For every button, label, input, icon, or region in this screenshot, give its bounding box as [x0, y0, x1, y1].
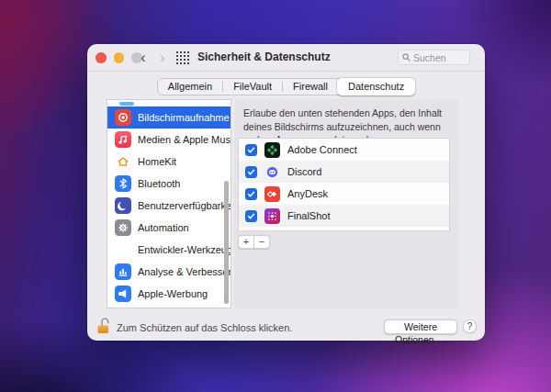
checkmark-icon	[247, 146, 255, 154]
help-button[interactable]: ?	[463, 319, 477, 333]
desktop-wallpaper: ‹ › Sicherheit & Datenschutz	[0, 0, 551, 392]
checkmark-icon	[247, 168, 255, 176]
sidebar-item-analyse-verbesserungen[interactable]: Analyse & Verbesserun…	[107, 261, 231, 283]
sidebar-item-label: Analyse & Verbesserun…	[138, 266, 231, 277]
sidebar-item-label: Apple-Werbung	[138, 288, 208, 299]
sidebar-item-label: Medien & Apple Music	[138, 134, 231, 145]
app-checkbox[interactable]	[245, 144, 257, 156]
privacy-category-list: Bildschirmaufnahme Medien & Apple Music	[107, 99, 231, 308]
security-privacy-window: ‹ › Sicherheit & Datenschutz	[87, 44, 485, 341]
tab-bar-wrap: Allgemein FileVault Firewall Datenschutz	[87, 78, 485, 95]
finalshot-app-icon	[264, 208, 280, 224]
search-placeholder: Suchen	[413, 52, 446, 63]
media-apple-music-icon	[115, 131, 131, 148]
screen-recording-panel: Erlaube den unten stehenden Apps, den In…	[234, 99, 459, 308]
sidebar-item-homekit[interactable]: HomeKit	[107, 151, 231, 173]
app-name: Discord	[287, 166, 321, 177]
app-name: Adobe Connect	[287, 144, 357, 155]
partial-scrolled-icon	[119, 102, 134, 106]
checkmark-icon	[247, 190, 255, 198]
discord-app-icon	[264, 164, 280, 180]
app-row-discord: Discord	[239, 161, 449, 183]
sidebar-item-automation[interactable]: Automation	[107, 217, 231, 239]
search-field[interactable]: Suchen	[398, 50, 470, 65]
sidebar-items: Bildschirmaufnahme Medien & Apple Music	[107, 106, 231, 305]
focus-moon-icon	[115, 197, 131, 214]
sidebar-item-apple-werbung[interactable]: Apple-Werbung	[107, 283, 231, 305]
unlocked-padlock-icon[interactable]	[96, 317, 111, 334]
developer-tools-icon	[115, 241, 131, 258]
app-row-adobe-connect: Adobe Connect	[239, 139, 449, 161]
window-title: Sicherheit & Datenschutz	[197, 44, 331, 71]
sidebar-item-label: HomeKit	[138, 156, 176, 167]
minimize-button[interactable]	[114, 52, 125, 63]
sidebar-item-bildschirmaufnahme[interactable]: Bildschirmaufnahme	[107, 106, 231, 129]
screen-recording-icon	[115, 109, 131, 126]
analytics-bars-icon	[115, 263, 131, 280]
lock-hint-text: Zum Schützen auf das Schloss klicken.	[117, 322, 292, 333]
app-checkbox[interactable]	[245, 188, 257, 200]
sidebar-item-bluetooth[interactable]: Bluetooth	[107, 173, 231, 195]
app-name: FinalShot	[287, 210, 330, 221]
traffic-lights	[96, 52, 142, 63]
tab-datenschutz[interactable]: Datenschutz	[337, 78, 415, 95]
tab-allgemein[interactable]: Allgemein	[158, 79, 222, 95]
sidebar-scrollbar-thumb[interactable]	[224, 181, 229, 304]
sidebar-item-medien-apple-music[interactable]: Medien & Apple Music	[107, 129, 231, 151]
tab-filevault[interactable]: FileVault	[223, 79, 282, 95]
anydesk-app-icon	[264, 186, 280, 202]
homekit-icon	[115, 153, 131, 170]
sidebar-item-label: Entwickler-Werkzeuge	[138, 244, 231, 255]
automation-gear-icon	[115, 219, 131, 236]
checkmark-icon	[247, 212, 255, 220]
sidebar-item-benutzerverfuegbarkeit[interactable]: Benutzerverfügbarkeit	[107, 195, 231, 217]
allowed-apps-list: Adobe Connect Discord	[238, 138, 450, 231]
megaphone-icon	[115, 286, 131, 302]
search-icon	[402, 53, 410, 62]
more-options-button[interactable]: Weitere Optionen …	[384, 319, 457, 334]
sidebar-item-label: Benutzerverfügbarkeit	[138, 200, 231, 211]
sidebar-item-entwickler-werkzeuge[interactable]: Entwickler-Werkzeuge	[107, 239, 231, 261]
tab-bar: Allgemein FileVault Firewall Datenschutz	[157, 78, 415, 95]
app-checkbox[interactable]	[245, 210, 257, 222]
app-checkbox[interactable]	[245, 166, 257, 178]
back-button[interactable]: ‹	[136, 50, 151, 65]
app-name: AnyDesk	[287, 188, 328, 199]
app-row-finalshot: FinalShot	[239, 205, 449, 227]
forward-button[interactable]: ›	[155, 50, 170, 65]
show-all-grid-icon[interactable]	[176, 51, 189, 64]
bluetooth-icon	[115, 175, 131, 192]
remove-app-button[interactable]: −	[253, 235, 270, 249]
window-titlebar: ‹ › Sicherheit & Datenschutz	[87, 44, 485, 72]
sidebar-item-label: Bildschirmaufnahme	[138, 112, 230, 123]
add-remove-controls: + −	[238, 235, 270, 249]
add-app-button[interactable]: +	[238, 235, 254, 249]
app-row-anydesk: AnyDesk	[239, 183, 449, 205]
tab-firewall[interactable]: Firewall	[283, 79, 338, 95]
close-button[interactable]	[96, 52, 107, 63]
sidebar-item-label: Bluetooth	[138, 178, 180, 189]
sidebar-item-label: Automation	[138, 222, 189, 233]
adobe-connect-app-icon	[264, 142, 280, 158]
